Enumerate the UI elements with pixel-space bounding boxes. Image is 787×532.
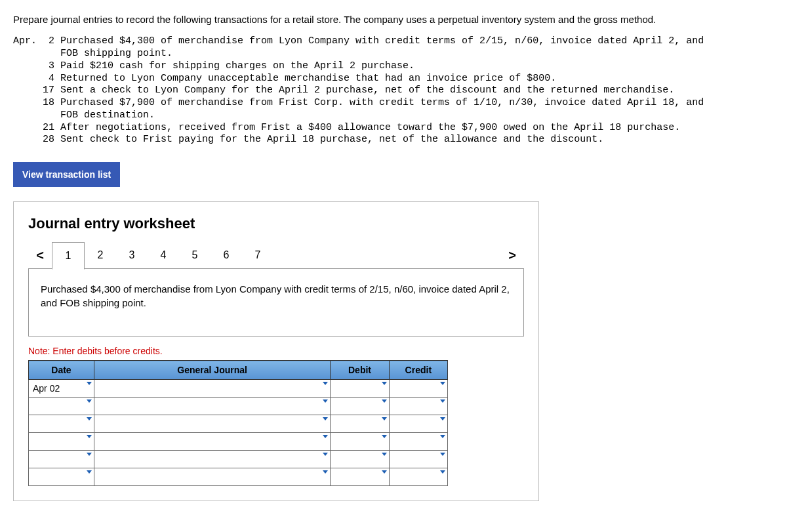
table-row — [29, 398, 448, 415]
account-cell[interactable] — [94, 468, 330, 486]
table-row — [29, 451, 448, 468]
tab-4[interactable]: 4 — [148, 242, 179, 268]
tab-6[interactable]: 6 — [211, 242, 242, 268]
tab-3[interactable]: 3 — [116, 242, 148, 268]
tab-2[interactable]: 2 — [85, 242, 116, 268]
table-row: Apr 02 — [29, 380, 448, 398]
table-row — [29, 468, 448, 486]
current-transaction-text: Purchased $4,300 of merchandise from Lyo… — [41, 283, 510, 308]
prev-transaction-button[interactable]: < — [28, 241, 52, 269]
debit-cell[interactable] — [331, 380, 389, 398]
next-transaction-button[interactable]: > — [500, 241, 524, 269]
note-debits-before-credits: Note: Enter debits before credits. — [28, 346, 524, 356]
account-cell[interactable] — [94, 451, 330, 468]
tab-7[interactable]: 7 — [242, 242, 273, 268]
credit-cell[interactable] — [389, 415, 447, 433]
table-row — [29, 433, 448, 451]
credit-cell[interactable] — [389, 433, 447, 451]
header-general-journal: General Journal — [94, 361, 330, 380]
tab-5[interactable]: 5 — [179, 242, 211, 268]
debit-cell[interactable] — [331, 398, 389, 415]
date-cell[interactable]: Apr 02 — [29, 380, 94, 398]
journal-entry-worksheet: Journal entry worksheet < 1 2 3 4 5 6 7 … — [13, 201, 539, 501]
credit-cell[interactable] — [389, 398, 447, 415]
table-row — [29, 415, 448, 433]
view-transaction-list-button[interactable]: View transaction list — [13, 162, 120, 187]
tab-1[interactable]: 1 — [52, 242, 85, 270]
debit-cell[interactable] — [331, 468, 389, 486]
account-cell[interactable] — [94, 380, 330, 398]
debit-cell[interactable] — [331, 451, 389, 468]
transaction-description-box: Purchased $4,300 of merchandise from Lyo… — [28, 268, 524, 337]
credit-cell[interactable] — [389, 451, 447, 468]
transactions-list: Apr. 2 Purchased $4,300 of merchandise f… — [13, 35, 774, 146]
account-cell[interactable] — [94, 433, 330, 451]
account-cell[interactable] — [94, 415, 330, 433]
tab-row: < 1 2 3 4 5 6 7 > — [28, 241, 524, 269]
header-date: Date — [29, 361, 94, 380]
debit-cell[interactable] — [331, 433, 389, 451]
header-debit: Debit — [331, 361, 389, 380]
worksheet-title: Journal entry worksheet — [28, 215, 524, 232]
credit-cell[interactable] — [389, 380, 447, 398]
credit-cell[interactable] — [389, 468, 447, 486]
date-cell[interactable] — [29, 468, 94, 486]
account-cell[interactable] — [94, 398, 330, 415]
instructions-text: Prepare journal entries to record the fo… — [13, 13, 774, 26]
date-cell[interactable] — [29, 451, 94, 468]
date-cell[interactable] — [29, 433, 94, 451]
date-cell[interactable] — [29, 415, 94, 433]
journal-entry-table: Date General Journal Debit Credit Apr 02 — [28, 360, 448, 486]
date-cell[interactable] — [29, 398, 94, 415]
header-credit: Credit — [389, 361, 447, 380]
debit-cell[interactable] — [331, 415, 389, 433]
